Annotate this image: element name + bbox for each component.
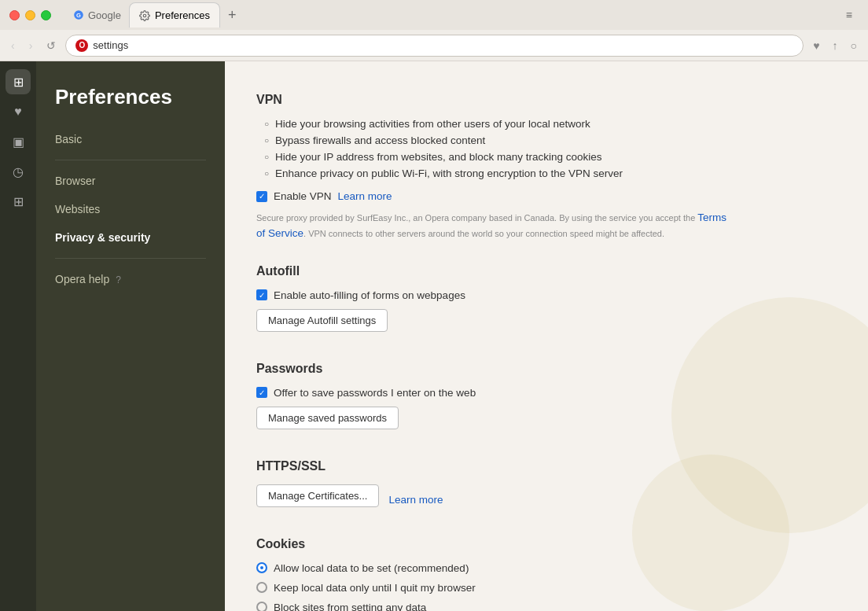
vpn-title: VPN (256, 93, 837, 107)
autofill-enable-label: Enable auto-filling of forms on webpages (274, 289, 465, 301)
bullet-4: ○ Enhance privacy on public Wi-Fi, with … (264, 167, 837, 179)
vpn-section: VPN ○ Hide your browsing activities from… (256, 93, 837, 242)
offer-save-passwords-row: Offer to save passwords I enter on the w… (256, 387, 837, 399)
preferences-tab-icon (139, 10, 150, 21)
bookmark-button[interactable]: ♥ (808, 36, 824, 55)
sidebar-item-websites[interactable]: Websites (36, 195, 225, 223)
sidebar-divider-1 (55, 160, 206, 160)
cookies-section: Cookies Allow local data to be set (reco… (256, 537, 837, 612)
new-tab-button[interactable]: + (222, 7, 243, 24)
bullet-dot-4: ○ (264, 169, 269, 178)
passwords-section: Passwords Offer to save passwords I ente… (256, 362, 837, 437)
bullet-dot-1: ○ (264, 120, 269, 128)
sidebar-clock-icon[interactable]: ◷ (6, 159, 31, 184)
navbar: ‹ › ↺ O settings ♥ ↑ ○ (0, 30, 868, 61)
bullet-2: ○ Bypass firewalls and access blocked co… (264, 134, 837, 146)
reload-button[interactable]: ↺ (42, 36, 61, 55)
autofill-enable-checkbox[interactable] (256, 289, 267, 300)
autofill-title: Autofill (256, 264, 837, 278)
https-ssl-title: HTTPS/SSL (256, 459, 837, 473)
vpn-learn-more-link[interactable]: Learn more (338, 190, 392, 202)
sidebar-divider-2 (55, 258, 206, 259)
sidebar-puzzle-icon[interactable]: ⊞ (6, 189, 31, 214)
address-bar[interactable]: O settings (65, 35, 804, 57)
tab-bar: G Google Preferences + (67, 2, 833, 28)
bullet-3: ○ Hide your IP address from websites, an… (264, 151, 837, 163)
bullet-dot-2: ○ (264, 136, 269, 145)
enable-vpn-label: Enable VPN (274, 190, 332, 202)
google-favicon-icon: G (73, 9, 84, 20)
maximize-button[interactable] (41, 10, 51, 20)
cookies-option-3-label: Block sites from setting any data (274, 602, 426, 612)
preferences-tab[interactable]: Preferences (129, 2, 220, 28)
content-area: VPN ○ Hide your browsing activities from… (225, 61, 868, 611)
offer-save-passwords-label: Offer to save passwords I enter on the w… (274, 387, 476, 399)
manage-saved-passwords-button[interactable]: Manage saved passwords (256, 407, 399, 429)
main-layout: ⊞ ♥ ▣ ◷ ⊞ Preferences Basic Browser Webs… (0, 61, 868, 611)
cookies-option-3-row: Block sites from setting any data (256, 602, 837, 612)
cookies-option-2-radio[interactable] (256, 582, 267, 593)
sidebar-item-basic[interactable]: Basic (36, 125, 225, 153)
cookies-option-2-row: Keep local data only until I quit my bro… (256, 582, 837, 594)
sidebar-item-browser[interactable]: Browser (36, 167, 225, 195)
share-button[interactable]: ↑ (828, 36, 843, 55)
cookies-option-1-row: Allow local data to be set (recommended) (256, 562, 837, 574)
icon-bar: ⊞ ♥ ▣ ◷ ⊞ (0, 61, 36, 611)
cookies-option-1-label: Allow local data to be set (recommended) (274, 562, 469, 574)
terms-of-service-link[interactable]: Terms of Service (256, 212, 726, 239)
sidebar-heart-icon[interactable]: ♥ (6, 99, 31, 124)
https-ssl-row: Manage Certificates... Learn more (256, 484, 837, 515)
help-icon: ? (116, 274, 121, 285)
svg-point-2 (143, 14, 146, 17)
opera-icon: O (75, 39, 88, 52)
back-button[interactable]: ‹ (6, 36, 20, 55)
preferences-tab-label: Preferences (155, 9, 210, 21)
vpn-note: Secure proxy provided by SurfEasy Inc., … (256, 210, 728, 242)
svg-text:G: G (76, 12, 81, 19)
cookies-option-2-label: Keep local data only until I quit my bro… (274, 582, 476, 594)
sidebar-title: Preferences (36, 77, 225, 125)
address-text: settings (93, 39, 128, 51)
bullet-dot-3: ○ (264, 153, 269, 161)
close-button[interactable] (9, 10, 20, 20)
titlebar: G Google Preferences + ≡ (0, 0, 868, 30)
cookies-title: Cookies (256, 537, 837, 551)
traffic-lights (9, 10, 51, 20)
offer-save-passwords-checkbox[interactable] (256, 387, 267, 398)
sidebar-monitor-icon[interactable]: ▣ (6, 129, 31, 154)
enable-vpn-checkbox[interactable] (256, 191, 267, 202)
bullet-1: ○ Hide your browsing activities from oth… (264, 118, 837, 130)
forward-button[interactable]: › (24, 36, 38, 55)
nav-right-buttons: ♥ ↑ ○ (808, 36, 862, 55)
minimize-button[interactable] (25, 10, 35, 20)
autofill-section: Autofill Enable auto-filling of forms on… (256, 264, 837, 340)
sidebar-item-opera-help[interactable]: Opera help ? (36, 265, 225, 293)
sidebar-item-privacy-security[interactable]: Privacy & security (36, 223, 225, 252)
manage-autofill-button[interactable]: Manage Autofill settings (256, 309, 388, 332)
enable-vpn-row: Enable VPN Learn more (256, 190, 837, 202)
https-learn-more-link[interactable]: Learn more (388, 494, 443, 506)
vpn-bullets: ○ Hide your browsing activities from oth… (264, 118, 837, 179)
https-ssl-section: HTTPS/SSL Manage Certificates... Learn m… (256, 459, 837, 515)
account-button[interactable]: ○ (846, 36, 862, 55)
autofill-enable-row: Enable auto-filling of forms on webpages (256, 289, 837, 301)
passwords-title: Passwords (256, 362, 837, 376)
tabs-menu-icon[interactable]: ≡ (840, 6, 859, 24)
sidebar: Preferences Basic Browser Websites Priva… (36, 61, 225, 611)
google-tab-label: Google (88, 9, 121, 21)
cookies-option-3-radio[interactable] (256, 602, 267, 611)
sidebar-home-icon[interactable]: ⊞ (6, 69, 31, 94)
manage-certificates-button[interactable]: Manage Certificates... (256, 484, 379, 507)
cookies-option-1-radio[interactable] (256, 562, 267, 573)
